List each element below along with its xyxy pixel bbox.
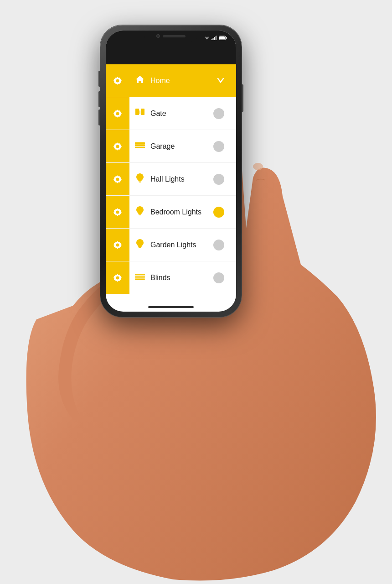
svg-rect-19 — [139, 182, 141, 182]
item-content-bedroom-lights: Bedroom Lights — [129, 196, 236, 228]
device-label-garden-lights: Garden Lights — [150, 241, 208, 249]
gear-icon-hall-lights[interactable] — [106, 163, 129, 195]
status-icons — [204, 36, 227, 40]
list-item-garden-lights[interactable]: Garden Lights — [106, 229, 236, 261]
svg-rect-6 — [214, 37, 215, 40]
list-item-garage[interactable]: Garage — [106, 130, 236, 163]
toggle-bedroom-lights[interactable] — [213, 207, 224, 218]
device-label-gate: Gate — [150, 110, 208, 118]
device-icon-blinds — [135, 273, 145, 282]
svg-rect-21 — [139, 215, 141, 215]
svg-rect-5 — [213, 38, 214, 40]
item-content-garage: Garage — [129, 130, 236, 162]
svg-rect-13 — [141, 109, 144, 115]
item-content-garden-lights: Garden Lights — [129, 229, 236, 261]
svg-rect-7 — [215, 36, 216, 40]
list-item-hall-lights[interactable]: Hall Lights — [106, 163, 236, 196]
svg-rect-24 — [135, 274, 145, 275]
list-item-blinds[interactable]: Blinds — [106, 261, 236, 294]
signal-icon — [211, 36, 217, 40]
svg-point-3 — [253, 163, 263, 170]
device-icon-garden-lights — [135, 239, 145, 250]
item-content-hall-lights: Hall Lights — [129, 163, 236, 195]
list-item-gate[interactable]: Gate — [106, 97, 236, 130]
svg-rect-16 — [135, 145, 145, 146]
home-bar-indicator — [148, 306, 194, 308]
svg-rect-4 — [211, 39, 212, 40]
device-label-home: Home — [150, 77, 211, 85]
device-icon-bedroom-lights — [135, 206, 145, 218]
gear-icon-home[interactable] — [106, 64, 129, 97]
gear-icon-gate[interactable] — [106, 97, 129, 130]
item-content-home: Home — [129, 64, 236, 97]
device-label-garage: Garage — [150, 142, 208, 151]
svg-rect-17 — [135, 147, 145, 148]
item-content-gate: Gate — [129, 97, 236, 130]
svg-rect-23 — [139, 248, 141, 248]
svg-rect-27 — [135, 279, 145, 280]
svg-rect-8 — [216, 36, 217, 40]
toggle-garage[interactable] — [213, 141, 224, 152]
svg-rect-14 — [139, 110, 140, 114]
svg-rect-25 — [135, 276, 145, 277]
list-item-bedroom-lights[interactable]: Bedroom Lights — [106, 196, 236, 229]
svg-rect-26 — [135, 277, 145, 279]
device-icon-gate — [135, 109, 145, 118]
toggle-gate[interactable] — [213, 108, 224, 119]
battery-icon — [219, 36, 227, 40]
wifi-icon — [204, 36, 210, 40]
svg-rect-15 — [135, 142, 145, 145]
list-item-home[interactable]: Home — [106, 64, 236, 97]
device-icon-hall-lights — [135, 173, 145, 185]
device-label-hall-lights: Hall Lights — [150, 175, 208, 183]
svg-rect-12 — [135, 109, 139, 115]
device-list: Home Gate Garage Hall Lights Bedroom Lig… — [106, 64, 236, 294]
svg-rect-18 — [139, 182, 141, 182]
svg-rect-22 — [139, 247, 141, 248]
gear-icon-blinds[interactable] — [106, 261, 129, 294]
earpiece-speaker — [163, 35, 186, 37]
svg-rect-10 — [226, 37, 227, 39]
gear-icon-bedroom-lights[interactable] — [106, 196, 129, 228]
phone-notch — [144, 31, 198, 42]
device-label-blinds: Blinds — [150, 274, 208, 282]
app-header — [106, 43, 236, 64]
toggle-garden-lights[interactable] — [213, 240, 224, 250]
device-icon-home — [135, 75, 145, 86]
toggle-hall-lights[interactable] — [213, 174, 224, 185]
device-label-bedroom-lights: Bedroom Lights — [150, 208, 208, 216]
item-content-blinds: Blinds — [129, 261, 236, 294]
svg-rect-11 — [219, 36, 225, 39]
toggle-blinds[interactable] — [213, 272, 224, 283]
gear-icon-garage[interactable] — [106, 130, 129, 162]
svg-rect-20 — [139, 214, 141, 215]
gear-icon-garden-lights[interactable] — [106, 229, 129, 261]
chevron-icon-home — [217, 77, 224, 85]
front-camera — [156, 34, 160, 38]
device-icon-garage — [135, 141, 145, 151]
